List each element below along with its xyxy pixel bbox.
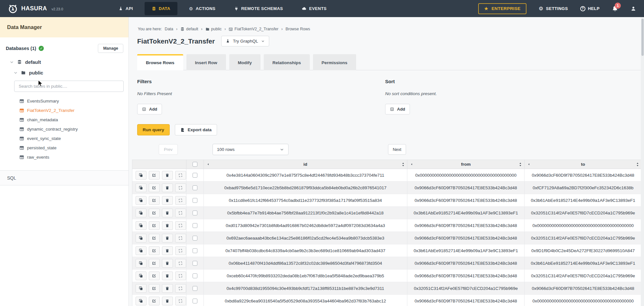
expand-row-button[interactable] — [175, 234, 186, 242]
delete-row-button[interactable] — [162, 209, 173, 217]
expand-row-button[interactable] — [175, 271, 186, 280]
delete-row-button[interactable] — [162, 259, 173, 268]
expand-row-button[interactable] — [175, 246, 186, 255]
help-button[interactable]: ? HELP — [580, 6, 600, 11]
run-query-button[interactable]: Run query — [137, 124, 170, 135]
row-checkbox[interactable] — [193, 273, 197, 278]
sidebar-table-item[interactable]: persisted_state — [0, 143, 128, 153]
nav-item-remote-schemas[interactable]: REMOTE SCHEMAS — [227, 2, 290, 15]
brand[interactable]: λ HASURA v2.23.0 — [8, 4, 63, 14]
sidebar-table-item[interactable]: EventsSummary — [0, 96, 128, 106]
notifications-button[interactable]: 1 — [612, 5, 618, 12]
clone-row-button[interactable] — [136, 246, 147, 255]
sidebar-table-item[interactable]: dynamic_contract_registry — [0, 124, 128, 134]
delete-row-button[interactable] — [162, 171, 173, 180]
row-checkbox[interactable] — [193, 211, 197, 215]
chevron-down-icon[interactable] — [10, 60, 14, 64]
column-header-from[interactable]: from — [407, 160, 525, 169]
sidebar-item-sql[interactable]: SQL — [0, 171, 128, 185]
row-checkbox[interactable] — [193, 299, 197, 303]
add-filter-button[interactable]: Add — [137, 104, 162, 114]
tab-relationships[interactable]: Relationships — [264, 54, 310, 70]
scrollbar-thumb[interactable] — [641, 19, 644, 56]
edit-row-button[interactable] — [149, 297, 160, 305]
breadcrumb-link-data[interactable]: Data — [165, 27, 173, 31]
row-checkbox[interactable] — [193, 173, 197, 178]
column-header-to[interactable]: to — [525, 160, 641, 169]
edit-row-button[interactable] — [149, 259, 160, 268]
user-button[interactable] — [630, 6, 636, 12]
delete-row-button[interactable] — [162, 196, 173, 205]
nav-item-data[interactable]: DATA — [145, 2, 177, 15]
edit-row-button[interactable] — [149, 284, 160, 293]
delete-row-button[interactable] — [162, 183, 173, 192]
prev-page-button[interactable]: Prev — [159, 144, 178, 155]
row-checkbox[interactable] — [193, 185, 197, 190]
search-tables-input[interactable] — [14, 81, 124, 92]
expand-row-button[interactable] — [175, 209, 186, 217]
edit-row-button[interactable] — [149, 234, 160, 242]
row-checkbox[interactable] — [193, 261, 197, 266]
sidebar-item-default-db[interactable]: default — [10, 59, 128, 65]
row-checkbox[interactable] — [193, 248, 197, 253]
delete-row-button[interactable] — [162, 271, 173, 280]
sort-icon[interactable] — [636, 162, 639, 167]
nav-item-api[interactable]: API — [111, 2, 140, 15]
sidebar-table-item[interactable]: FiatTokenV2_2_Transfer — [0, 106, 128, 115]
add-sort-button[interactable]: Add — [385, 104, 410, 114]
expand-row-button[interactable] — [175, 183, 186, 192]
collapse-column-icon[interactable] — [527, 163, 531, 166]
delete-row-button[interactable] — [162, 297, 173, 305]
collapse-column-icon[interactable] — [410, 163, 413, 166]
expand-row-button[interactable] — [175, 196, 186, 205]
enterprise-button[interactable]: ★ ENTERPRISE — [478, 3, 526, 14]
expand-row-button[interactable] — [175, 259, 186, 268]
sidebar-table-item[interactable]: raw_events — [0, 153, 128, 162]
try-graphql-button[interactable]: Try GraphQL — [221, 36, 269, 46]
breadcrumb-link-table[interactable]: FiatTokenV2_2_Transfer — [229, 27, 278, 31]
clone-row-button[interactable] — [136, 234, 147, 242]
expand-row-button[interactable] — [175, 171, 186, 180]
delete-row-button[interactable] — [162, 234, 173, 242]
sidebar-item-public-schema[interactable]: public — [14, 70, 128, 75]
nav-item-events[interactable]: EVENTS — [295, 2, 334, 15]
select-all-checkbox[interactable] — [193, 162, 197, 167]
clone-row-button[interactable] — [136, 297, 147, 305]
clone-row-button[interactable] — [136, 171, 147, 180]
tab-permissions[interactable]: Permissions — [313, 54, 356, 70]
clone-row-button[interactable] — [136, 209, 147, 217]
edit-row-button[interactable] — [149, 171, 160, 180]
breadcrumb-link-public[interactable]: public — [205, 27, 222, 31]
settings-button[interactable]: ⚙ SETTINGS — [539, 6, 568, 11]
sidebar-table-item[interactable]: chain_metadata — [0, 115, 128, 124]
page-size-select[interactable]: 100 rows — [213, 144, 289, 155]
vertical-scrollbar[interactable] — [641, 17, 644, 306]
clone-row-button[interactable] — [136, 183, 147, 192]
expand-row-button[interactable] — [175, 221, 186, 230]
row-checkbox[interactable] — [193, 236, 197, 241]
expand-row-button[interactable] — [175, 297, 186, 305]
delete-row-button[interactable] — [162, 221, 173, 230]
nav-item-actions[interactable]: ⚙ ACTIONS — [182, 2, 223, 15]
export-data-button[interactable]: Export data — [175, 124, 217, 135]
expand-row-button[interactable] — [175, 284, 186, 293]
clone-row-button[interactable] — [136, 221, 147, 230]
delete-row-button[interactable] — [162, 246, 173, 255]
edit-row-button[interactable] — [149, 183, 160, 192]
sort-icon[interactable] — [518, 162, 522, 167]
sort-icon[interactable] — [401, 162, 405, 167]
row-checkbox[interactable] — [193, 223, 197, 228]
edit-row-button[interactable] — [149, 221, 160, 230]
clone-row-button[interactable] — [136, 284, 147, 293]
tab-modify[interactable]: Modify — [229, 54, 261, 70]
clone-row-button[interactable] — [136, 271, 147, 280]
edit-row-button[interactable] — [149, 196, 160, 205]
row-checkbox[interactable] — [193, 198, 197, 203]
edit-row-button[interactable] — [149, 246, 160, 255]
sidebar-table-item[interactable]: event_sync_state — [0, 134, 128, 143]
delete-row-button[interactable] — [162, 284, 173, 293]
column-header-id[interactable]: id — [204, 160, 407, 169]
collapse-column-icon[interactable] — [206, 163, 210, 166]
breadcrumb-link-default[interactable]: default — [180, 27, 198, 31]
tab-insert-row[interactable]: Insert Row — [186, 54, 226, 70]
